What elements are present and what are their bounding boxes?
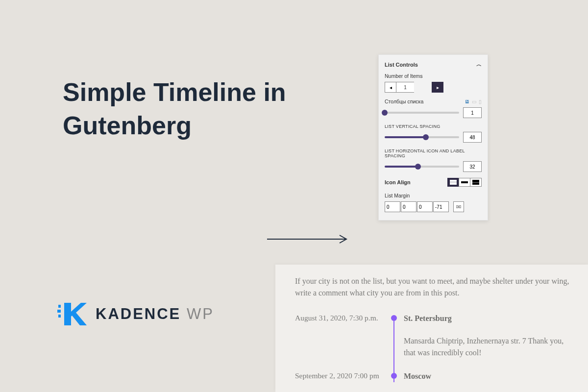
vertical-spacing-label: LIST VERTICAL SPACING <box>385 124 482 129</box>
svg-rect-7 <box>472 180 479 182</box>
timeline-item: September 2, 2020 7:00 pm Moscow Salon D… <box>295 370 573 392</box>
timeline-intro: If your city is not on the list, but you… <box>295 275 573 299</box>
svg-rect-9 <box>456 206 458 208</box>
svg-rect-8 <box>472 183 479 185</box>
margin-bottom-input[interactable] <box>417 201 433 212</box>
timeline-description: Mansarda Chiptrip, Inzhenernaya str. 7 T… <box>404 335 573 359</box>
columns-slider[interactable] <box>385 112 459 114</box>
desktop-icon[interactable]: 🖥 <box>465 99 469 104</box>
responsive-device-icons[interactable]: 🖥 ▭ ▯ <box>465 99 482 104</box>
columns-label: Столбцы списка <box>385 98 423 104</box>
icon-align-label: Icon Align <box>385 179 411 185</box>
timeline-city: Moscow <box>404 370 573 382</box>
horizontal-spacing-slider[interactable] <box>385 166 459 168</box>
margin-left-input[interactable] <box>433 201 449 212</box>
brand-name: KADENCE WP <box>96 305 214 323</box>
columns-input[interactable] <box>463 107 482 118</box>
list-margin-label: List Margin <box>385 193 482 198</box>
horizontal-spacing-input[interactable] <box>463 161 482 172</box>
timeline-preview: If your city is not on the list, but you… <box>275 265 588 392</box>
margin-link-button[interactable] <box>453 201 464 212</box>
svg-rect-10 <box>459 206 461 208</box>
margin-top-input[interactable] <box>385 201 400 212</box>
increment-button[interactable]: ▸ <box>432 82 443 93</box>
timeline-date: September 2, 2020 7:00 pm <box>295 370 384 381</box>
svg-rect-3 <box>58 315 61 318</box>
page-title: Simple Timeline in Gutenberg <box>63 76 308 142</box>
kadence-icon <box>57 303 87 325</box>
number-of-items-label: Number of Items <box>385 73 482 79</box>
vertical-spacing-input[interactable] <box>463 132 482 143</box>
number-of-items-value: 1 <box>396 82 414 93</box>
svg-rect-2 <box>57 310 61 313</box>
panel-title: List Controls <box>385 62 418 68</box>
horizontal-spacing-label: LIST HORIZONTAL ICON AND LABEL SPACING <box>385 148 482 158</box>
tablet-icon[interactable]: ▭ <box>472 99 476 104</box>
number-of-items-stepper[interactable]: ◂ 1 ▸ <box>385 82 482 93</box>
timeline-dot-icon <box>391 315 397 321</box>
decrement-button[interactable]: ◂ <box>385 82 396 93</box>
align-bottom-button[interactable] <box>470 178 482 187</box>
svg-rect-4 <box>450 180 457 182</box>
icon-align-buttons[interactable] <box>448 178 482 187</box>
align-middle-button[interactable] <box>459 178 470 187</box>
timeline-dot-icon <box>391 373 397 379</box>
mobile-icon[interactable]: ▯ <box>479 99 482 104</box>
chevron-up-icon: ︿ <box>476 61 482 68</box>
timeline-date: August 31, 2020, 7:30 p.m. <box>295 313 384 323</box>
vertical-spacing-slider[interactable] <box>385 136 459 138</box>
panel-header[interactable]: List Controls ︿ <box>379 55 488 73</box>
svg-rect-5 <box>450 182 457 185</box>
list-controls-panel: List Controls ︿ Number of Items ◂ 1 ▸ Ст… <box>378 54 488 220</box>
brand-logo: KADENCE WP <box>57 303 214 325</box>
svg-rect-1 <box>58 305 61 308</box>
arrow-icon <box>267 234 350 244</box>
timeline-city: St. Petersburg <box>404 313 573 324</box>
margin-right-input[interactable] <box>401 201 416 212</box>
svg-rect-6 <box>461 181 468 183</box>
timeline-item: August 31, 2020, 7:30 p.m. St. Petersbur… <box>295 313 573 359</box>
align-top-button[interactable] <box>447 178 459 187</box>
